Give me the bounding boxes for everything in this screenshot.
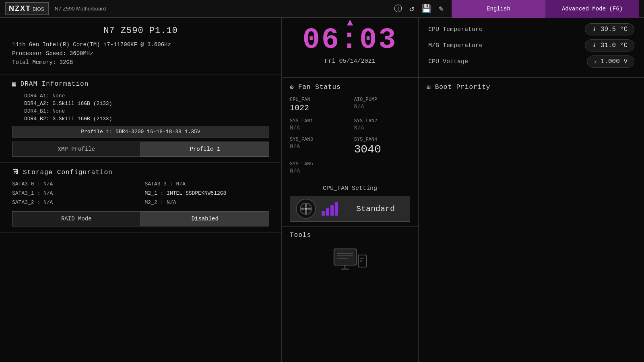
voltage-icon: ⚡ [594, 58, 597, 65]
fan-sys3-name: SYS_FAN3 [290, 137, 346, 142]
fan-setting-button[interactable]: Standard [290, 196, 410, 222]
system-title: N7 Z590 P1.10 [12, 26, 269, 36]
cpu-temp-label: CPU Temperature [428, 26, 585, 33]
logo-area: NZXT BIOS N7 Z590 Motherboard [5, 2, 106, 15]
left-panel: N7 Z590 P1.10 11th Gen Intel(R) Core(TM)… [0, 18, 282, 362]
cpu-info: 11th Gen Intel(R) Core(TM) i7-11700KF @ … [12, 41, 269, 48]
language-button[interactable]: English [452, 0, 545, 18]
storage-section-header: 🖫 Storage Configuration [12, 169, 269, 176]
cpu-temp-row: CPU Temperature 🌡 39.5 °C [428, 23, 634, 35]
clock-area: ▲ 06:03 Fri 05/14/2021 [282, 18, 419, 77]
dram-icon: ▦ [12, 80, 17, 88]
cpu-temp-value: 🌡 39.5 °C [585, 23, 634, 35]
mb-temp-row: M/B Temperature 🌡 31.0 °C [428, 39, 634, 51]
disabled-button[interactable]: Disabled [141, 211, 270, 226]
fan-sys3-value: N/A [290, 143, 346, 150]
fan-item-sys3: SYS_FAN3 N/A [290, 137, 346, 156]
svg-point-2 [305, 204, 307, 208]
svg-point-4 [305, 210, 307, 214]
nzxt-brand: NZXT [9, 4, 31, 13]
fan-item-sys4: SYS_FAN4 3040 [354, 137, 411, 156]
main-layout: N7 Z590 P1.10 11th Gen Intel(R) Core(TM)… [0, 18, 644, 362]
fan-status-title: ⚙ Fan Status [290, 83, 410, 91]
dram-title: DRAM Information [21, 80, 89, 88]
cpu-temp-number: 39.5 °C [601, 26, 627, 33]
fan-sys1-value: N/A [290, 125, 346, 131]
fan-status-label: Fan Status [298, 84, 341, 91]
tools-svg-icon [332, 247, 368, 279]
save-icon[interactable]: 💾 [421, 4, 431, 14]
boot-priority-title: ⊞ Boot Priority [427, 83, 636, 91]
cpu-volt-row: CPU Voltage ⚡ 1.000 V [428, 56, 634, 68]
xmp-profile-button[interactable]: XMP Profile [12, 142, 141, 157]
boot-priority-label: Boot Priority [435, 84, 491, 91]
fan-item-sys1: SYS_FAN1 N/A [290, 118, 346, 131]
sata3-0: SATA3_0 : N/A [12, 181, 137, 187]
cpu-volt-number: 1.000 V [601, 58, 627, 65]
system-info: N7 Z590 P1.10 11th Gen Intel(R) Core(TM)… [0, 18, 281, 74]
bottom-row: ⚙ Fan Status CPU_FAN 1022 AIO_PUMP N/A [282, 78, 644, 362]
clock-arrow-icon: ▲ [347, 17, 353, 29]
raid-buttons: RAID Mode Disabled [12, 211, 269, 226]
advanced-mode-button[interactable]: Advanced Mode (F6) [545, 0, 639, 18]
fan-sys2-name: SYS_FAN2 [354, 118, 411, 124]
fan-sys5-value: N/A [290, 168, 346, 174]
fan-status-section: ⚙ Fan Status CPU_FAN 1022 AIO_PUMP N/A [282, 78, 418, 180]
svg-point-3 [307, 208, 311, 210]
fan-icon: ⚙ [290, 83, 294, 91]
fan-bar-4 [335, 202, 338, 216]
profile-buttons: XMP Profile Profile 1 [12, 142, 269, 157]
fan-bar-3 [330, 205, 334, 216]
fan-grid: CPU_FAN 1022 AIO_PUMP N/A SYS_FAN1 N/A [290, 97, 410, 174]
fan-circle-icon [296, 199, 316, 219]
profile1-button[interactable]: Profile 1 [141, 142, 270, 157]
cpu-speed: Processor Speed: 3600MHz [12, 50, 269, 57]
storage-icon: 🖫 [12, 169, 19, 176]
bios-label: BIOS [33, 6, 44, 13]
fan-item-sys5: SYS_FAN5 N/A [290, 161, 346, 174]
fan-setting-title: CPU_FAN Setting [290, 185, 410, 192]
center-right-area: ▲ 06:03 Fri 05/14/2021 CPU Temperature 🌡… [282, 18, 644, 362]
profile-bar: Profile 1: DDR4-3200 16-18-18-38 1.35V [12, 126, 269, 138]
raid-mode-button[interactable]: RAID Mode [12, 211, 141, 226]
boot-grid-icon: ⊞ [427, 83, 431, 91]
fan-bars-container [322, 202, 338, 216]
sata3-1: SATA3_1 : N/A [12, 190, 137, 196]
fan-sys4-value: 3040 [354, 143, 411, 156]
svg-point-5 [301, 208, 305, 210]
storage-section: 🖫 Storage Configuration SATA3_0 : N/A SA… [0, 163, 281, 232]
fan-sys4-name: SYS_FAN4 [354, 137, 411, 142]
top-icons: ⓘ ↺ 💾 ✎ [394, 3, 444, 14]
fan-column: ⚙ Fan Status CPU_FAN 1022 AIO_PUMP N/A [282, 78, 419, 362]
fan-item-aio: AIO_PUMP N/A [354, 97, 411, 113]
mb-temp-value: 🌡 31.0 °C [585, 39, 634, 51]
dram-a1: DDR4_A1: None [24, 93, 269, 99]
tools-section: Tools [282, 227, 418, 362]
tools-icon-area [290, 247, 410, 281]
fan-bar-2 [326, 208, 329, 216]
board-name: N7 Z590 Motherboard [55, 6, 106, 12]
m2-1: M2_1 : INTEL SSDPEKNW512G8 [145, 190, 270, 196]
fan-sys1-name: SYS_FAN1 [290, 118, 346, 124]
fan-setting-section: CPU_FAN Setting [282, 180, 418, 227]
svg-rect-7 [335, 250, 355, 264]
svg-rect-13 [358, 255, 366, 267]
boot-priority-section: ⊞ Boot Priority [419, 78, 644, 362]
svg-point-1 [305, 208, 307, 210]
m2-2: M2_2 : N/A [145, 200, 270, 206]
fan-setting-value: Standard [347, 204, 404, 214]
thermometer-icon-1: 🌡 [592, 26, 597, 33]
refresh-icon[interactable]: ↺ [409, 4, 414, 14]
info-icon[interactable]: ⓘ [394, 3, 402, 14]
edit-icon[interactable]: ✎ [439, 4, 444, 14]
fan-svg [299, 202, 312, 215]
dram-rows: DDR4_A1: None DDR4_A2: G.Skill 16GB (213… [24, 93, 269, 122]
total-memory: Total Memory: 32GB [12, 59, 269, 66]
nzxt-logo-box: NZXT BIOS [5, 2, 49, 15]
storage-title: Storage Configuration [23, 169, 113, 176]
mb-temp-label: M/B Temperature [428, 42, 585, 49]
fan-sys5-name: SYS_FAN5 [290, 161, 346, 167]
dram-b2: DDR4_B2: G.Skill 16GB (2133) [24, 116, 269, 122]
fan-cpu-name: CPU_FAN [290, 97, 346, 103]
fan-item-cpu: CPU_FAN 1022 [290, 97, 346, 113]
